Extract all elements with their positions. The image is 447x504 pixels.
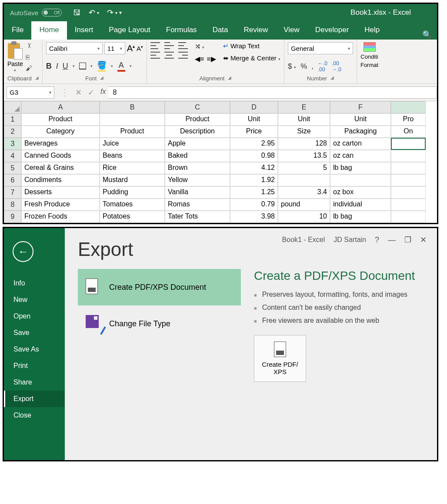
- cell[interactable]: Product: [100, 126, 165, 138]
- col-header[interactable]: C: [165, 101, 230, 113]
- name-box[interactable]: G3▾: [7, 86, 54, 99]
- percent-button[interactable]: %: [300, 62, 307, 71]
- cut-icon[interactable]: ✂: [25, 43, 33, 50]
- cell[interactable]: 13.5: [278, 150, 330, 162]
- cell[interactable]: Brown: [165, 162, 230, 174]
- cell[interactable]: Romas: [165, 199, 230, 211]
- col-header[interactable]: F: [330, 101, 391, 113]
- currency-button[interactable]: $ ▾: [288, 62, 296, 71]
- minimize-icon[interactable]: —: [388, 235, 396, 245]
- cell[interactable]: Beverages: [21, 138, 100, 150]
- font-color-button[interactable]: A: [117, 61, 125, 72]
- row-header[interactable]: 4: [4, 150, 21, 162]
- shrink-font-icon[interactable]: A▾: [137, 45, 143, 52]
- number-format-combo[interactable]: General▾: [288, 42, 353, 54]
- close-icon[interactable]: ✕: [420, 235, 427, 245]
- autosave-toggle[interactable]: AutoSave Off: [4, 9, 68, 17]
- cell[interactable]: [100, 113, 165, 126]
- tab-page-layout[interactable]: Page Layout: [101, 21, 158, 40]
- tell-me-search-icon[interactable]: 🔍: [422, 30, 432, 40]
- conditional-formatting-button[interactable]: Conditi Format: [360, 42, 378, 68]
- format-painter-icon[interactable]: 🖌: [26, 64, 32, 72]
- cell[interactable]: 4.12: [230, 162, 278, 174]
- nav-new[interactable]: New: [4, 292, 65, 308]
- cell[interactable]: 0.79: [230, 199, 278, 211]
- cell[interactable]: 1.25: [230, 186, 278, 199]
- alignment-launcher-icon[interactable]: ◢: [228, 75, 231, 82]
- nav-export[interactable]: Export: [4, 391, 65, 407]
- cell[interactable]: Condiments: [21, 174, 100, 186]
- cell[interactable]: Apple: [165, 138, 230, 150]
- option-change-file-type[interactable]: Change File Type: [78, 305, 241, 342]
- row-header[interactable]: 9: [4, 211, 21, 223]
- row-header[interactable]: 8: [4, 199, 21, 211]
- worksheet-grid[interactable]: A B C D E F 1 Product Product Unit Unit …: [4, 101, 437, 223]
- cell[interactable]: Cereal & Grains: [21, 162, 100, 174]
- tab-formulas[interactable]: Formulas: [158, 21, 205, 40]
- cell[interactable]: [391, 150, 426, 162]
- create-pdf-xps-button[interactable]: Create PDF/ XPS: [254, 335, 306, 382]
- tab-file[interactable]: File: [4, 21, 31, 40]
- nav-save-as[interactable]: Save As: [4, 341, 65, 358]
- orientation-icon[interactable]: ⤭ ▾: [195, 42, 216, 50]
- cell[interactable]: Unit: [330, 113, 391, 126]
- cell[interactable]: oz carton: [330, 138, 391, 150]
- restore-icon[interactable]: ❐: [404, 235, 411, 245]
- cell[interactable]: [391, 162, 426, 174]
- wrap-text-button[interactable]: ↵ Wrap Text: [223, 42, 280, 50]
- clipboard-launcher-icon[interactable]: ◢: [35, 75, 39, 82]
- save-icon[interactable]: 🖫: [73, 8, 81, 17]
- qat-customize-icon[interactable]: ▾: [119, 10, 122, 16]
- nav-save[interactable]: Save: [4, 325, 65, 341]
- cell[interactable]: Rice: [100, 162, 165, 174]
- redo-dropdown[interactable]: ▾: [115, 10, 117, 15]
- row-header[interactable]: 3: [4, 138, 21, 150]
- decrease-indent-icon[interactable]: ◀≡: [195, 55, 204, 63]
- cell[interactable]: Baked: [165, 150, 230, 162]
- font-launcher-icon[interactable]: ◢: [100, 75, 103, 82]
- number-launcher-icon[interactable]: ◢: [330, 75, 334, 82]
- increase-indent-icon[interactable]: ≡▶: [207, 55, 216, 63]
- cell[interactable]: Fresh Produce: [21, 199, 100, 211]
- cell[interactable]: oz box: [330, 186, 391, 199]
- cell[interactable]: Size: [278, 126, 330, 138]
- bold-button[interactable]: B: [46, 62, 52, 71]
- cell[interactable]: [278, 174, 330, 186]
- cell[interactable]: 128: [278, 138, 330, 150]
- cell[interactable]: lb bag: [330, 211, 391, 223]
- decrease-decimal-icon[interactable]: .00→.0: [332, 60, 341, 73]
- cell[interactable]: 0.98: [230, 150, 278, 162]
- undo-dropdown[interactable]: ▾: [97, 10, 99, 15]
- cell[interactable]: 1.92: [230, 174, 278, 186]
- font-size-combo[interactable]: 11▾: [104, 42, 125, 54]
- tab-review[interactable]: Review: [236, 21, 276, 40]
- cell[interactable]: [391, 186, 426, 199]
- cell[interactable]: Canned Goods: [21, 150, 100, 162]
- align-center-icon[interactable]: [164, 52, 174, 59]
- cell[interactable]: individual: [330, 199, 391, 211]
- comma-button[interactable]: ,: [311, 62, 314, 71]
- undo-icon[interactable]: ↶: [89, 8, 95, 17]
- row-header[interactable]: 6: [4, 174, 21, 186]
- underline-button[interactable]: U: [63, 62, 68, 71]
- nav-share[interactable]: Share: [4, 374, 65, 391]
- align-left-icon[interactable]: [150, 52, 160, 59]
- cell[interactable]: Tomatoes: [100, 199, 165, 211]
- active-cell[interactable]: [391, 138, 426, 150]
- back-button[interactable]: ←: [13, 241, 33, 262]
- row-header[interactable]: 2: [4, 126, 21, 138]
- cell[interactable]: Mustard: [100, 174, 165, 186]
- select-all-corner[interactable]: [4, 101, 21, 113]
- cell[interactable]: Product: [21, 113, 100, 126]
- tab-home[interactable]: Home: [31, 21, 67, 40]
- tab-developer[interactable]: Developer: [307, 21, 357, 40]
- cell[interactable]: pound: [278, 199, 330, 211]
- cell[interactable]: Unit: [230, 113, 278, 126]
- cell[interactable]: Yellow: [165, 174, 230, 186]
- col-header[interactable]: D: [230, 101, 278, 113]
- fill-color-button[interactable]: 🪣: [97, 60, 107, 72]
- row-header[interactable]: 1: [4, 113, 21, 126]
- cell[interactable]: [391, 174, 426, 186]
- cell[interactable]: Product: [165, 113, 230, 126]
- cell[interactable]: oz can: [330, 150, 391, 162]
